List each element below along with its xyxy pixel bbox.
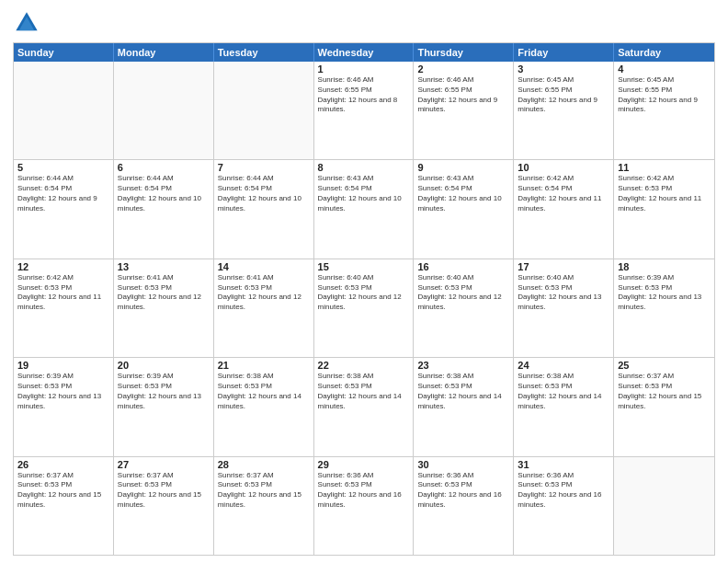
cell-info: Sunrise: 6:44 AMSunset: 6:54 PMDaylight:… — [118, 174, 210, 213]
calendar-cell: 2Sunrise: 6:46 AMSunset: 6:55 PMDaylight… — [414, 62, 514, 159]
day-number: 19 — [17, 360, 109, 371]
calendar-row-1: 1Sunrise: 6:46 AMSunset: 6:55 PMDaylight… — [14, 62, 714, 159]
day-number: 21 — [218, 360, 310, 371]
cell-info: Sunrise: 6:46 AMSunset: 6:55 PMDaylight:… — [318, 75, 410, 115]
weekday-header-tuesday: Tuesday — [214, 43, 314, 62]
calendar-cell: 3Sunrise: 6:45 AMSunset: 6:55 PMDaylight… — [514, 62, 614, 159]
calendar-cell: 23Sunrise: 6:38 AMSunset: 6:53 PMDayligh… — [414, 358, 514, 455]
cell-info: Sunrise: 6:40 AMSunset: 6:53 PMDaylight:… — [318, 273, 410, 313]
day-number: 7 — [218, 162, 310, 173]
day-number: 14 — [218, 261, 310, 272]
cell-info: Sunrise: 6:38 AMSunset: 6:53 PMDaylight:… — [318, 372, 410, 411]
calendar-cell: 31Sunrise: 6:36 AMSunset: 6:53 PMDayligh… — [514, 457, 614, 555]
calendar-cell — [214, 62, 314, 159]
calendar-cell — [614, 457, 714, 555]
calendar-cell: 20Sunrise: 6:39 AMSunset: 6:53 PMDayligh… — [114, 358, 214, 455]
calendar-cell: 11Sunrise: 6:42 AMSunset: 6:53 PMDayligh… — [614, 160, 714, 258]
weekday-header-wednesday: Wednesday — [314, 43, 415, 62]
day-number: 10 — [518, 162, 609, 173]
cell-info: Sunrise: 6:37 AMSunset: 6:53 PMDaylight:… — [618, 372, 711, 411]
cell-info: Sunrise: 6:43 AMSunset: 6:54 PMDaylight:… — [417, 174, 509, 213]
day-number: 26 — [17, 459, 109, 470]
calendar-cell: 7Sunrise: 6:44 AMSunset: 6:54 PMDaylight… — [214, 160, 314, 258]
calendar-cell: 9Sunrise: 6:43 AMSunset: 6:54 PMDaylight… — [414, 160, 514, 258]
calendar-cell: 17Sunrise: 6:40 AMSunset: 6:53 PMDayligh… — [514, 259, 614, 357]
calendar-cell: 21Sunrise: 6:38 AMSunset: 6:53 PMDayligh… — [214, 358, 314, 455]
cell-info: Sunrise: 6:46 AMSunset: 6:55 PMDaylight:… — [417, 75, 509, 115]
weekday-header-thursday: Thursday — [414, 43, 514, 62]
cell-info: Sunrise: 6:37 AMSunset: 6:53 PMDaylight:… — [17, 471, 109, 511]
calendar-cell: 28Sunrise: 6:37 AMSunset: 6:53 PMDayligh… — [214, 457, 314, 555]
cell-info: Sunrise: 6:44 AMSunset: 6:54 PMDaylight:… — [17, 174, 109, 213]
cell-info: Sunrise: 6:42 AMSunset: 6:54 PMDaylight:… — [518, 174, 609, 213]
day-number: 30 — [417, 459, 509, 470]
day-number: 29 — [318, 459, 410, 470]
calendar-cell: 8Sunrise: 6:43 AMSunset: 6:54 PMDaylight… — [314, 160, 415, 258]
day-number: 15 — [318, 261, 410, 272]
calendar-cell: 19Sunrise: 6:39 AMSunset: 6:53 PMDayligh… — [14, 358, 114, 455]
calendar-cell: 24Sunrise: 6:38 AMSunset: 6:53 PMDayligh… — [514, 358, 614, 455]
day-number: 16 — [417, 261, 509, 272]
cell-info: Sunrise: 6:42 AMSunset: 6:53 PMDaylight:… — [17, 273, 109, 313]
calendar-cell: 1Sunrise: 6:46 AMSunset: 6:55 PMDaylight… — [314, 62, 415, 159]
day-number: 27 — [118, 459, 210, 470]
logo-icon — [13, 9, 40, 37]
day-number: 11 — [618, 162, 711, 173]
cell-info: Sunrise: 6:37 AMSunset: 6:53 PMDaylight:… — [218, 471, 310, 511]
calendar-cell — [14, 62, 114, 159]
day-number: 2 — [417, 63, 509, 75]
calendar-cell: 15Sunrise: 6:40 AMSunset: 6:53 PMDayligh… — [314, 259, 415, 357]
cell-info: Sunrise: 6:42 AMSunset: 6:53 PMDaylight:… — [618, 174, 711, 213]
day-number: 9 — [417, 162, 509, 173]
calendar-cell: 27Sunrise: 6:37 AMSunset: 6:53 PMDayligh… — [114, 457, 214, 555]
calendar-row-5: 26Sunrise: 6:37 AMSunset: 6:53 PMDayligh… — [14, 456, 714, 555]
cell-info: Sunrise: 6:41 AMSunset: 6:53 PMDaylight:… — [118, 273, 210, 313]
cell-info: Sunrise: 6:39 AMSunset: 6:53 PMDaylight:… — [618, 273, 711, 313]
calendar-cell: 29Sunrise: 6:36 AMSunset: 6:53 PMDayligh… — [314, 457, 415, 555]
calendar-cell: 12Sunrise: 6:42 AMSunset: 6:53 PMDayligh… — [14, 259, 114, 357]
calendar-row-2: 5Sunrise: 6:44 AMSunset: 6:54 PMDaylight… — [14, 159, 714, 258]
cell-info: Sunrise: 6:40 AMSunset: 6:53 PMDaylight:… — [518, 273, 609, 313]
weekday-header-saturday: Saturday — [614, 43, 714, 62]
cell-info: Sunrise: 6:40 AMSunset: 6:53 PMDaylight:… — [417, 273, 509, 313]
cell-info: Sunrise: 6:45 AMSunset: 6:55 PMDaylight:… — [518, 75, 609, 115]
cell-info: Sunrise: 6:36 AMSunset: 6:53 PMDaylight:… — [417, 471, 509, 511]
calendar-row-3: 12Sunrise: 6:42 AMSunset: 6:53 PMDayligh… — [14, 259, 714, 357]
calendar: SundayMondayTuesdayWednesdayThursdayFrid… — [13, 42, 715, 556]
day-number: 24 — [518, 360, 609, 371]
cell-info: Sunrise: 6:44 AMSunset: 6:54 PMDaylight:… — [218, 174, 310, 213]
cell-info: Sunrise: 6:39 AMSunset: 6:53 PMDaylight:… — [118, 372, 210, 411]
day-number: 6 — [118, 162, 210, 173]
header — [13, 9, 715, 37]
cell-info: Sunrise: 6:36 AMSunset: 6:53 PMDaylight:… — [318, 471, 410, 511]
weekday-header-monday: Monday — [114, 43, 214, 62]
calendar-cell: 4Sunrise: 6:45 AMSunset: 6:55 PMDaylight… — [614, 62, 714, 159]
day-number: 31 — [518, 459, 609, 470]
day-number: 25 — [618, 360, 711, 371]
cell-info: Sunrise: 6:38 AMSunset: 6:53 PMDaylight:… — [417, 372, 509, 411]
day-number: 4 — [618, 63, 711, 75]
calendar-cell: 18Sunrise: 6:39 AMSunset: 6:53 PMDayligh… — [614, 259, 714, 357]
day-number: 17 — [518, 261, 609, 272]
calendar-header: SundayMondayTuesdayWednesdayThursdayFrid… — [14, 43, 714, 62]
calendar-cell: 10Sunrise: 6:42 AMSunset: 6:54 PMDayligh… — [514, 160, 614, 258]
calendar-cell: 16Sunrise: 6:40 AMSunset: 6:53 PMDayligh… — [414, 259, 514, 357]
calendar-row-4: 19Sunrise: 6:39 AMSunset: 6:53 PMDayligh… — [14, 357, 714, 455]
logo — [13, 9, 44, 37]
calendar-cell: 5Sunrise: 6:44 AMSunset: 6:54 PMDaylight… — [14, 160, 114, 258]
day-number: 23 — [417, 360, 509, 371]
day-number: 8 — [318, 162, 410, 173]
day-number: 12 — [17, 261, 109, 272]
calendar-cell: 25Sunrise: 6:37 AMSunset: 6:53 PMDayligh… — [614, 358, 714, 455]
page: SundayMondayTuesdayWednesdayThursdayFrid… — [0, 0, 728, 563]
day-number: 3 — [518, 63, 609, 75]
calendar-cell: 26Sunrise: 6:37 AMSunset: 6:53 PMDayligh… — [14, 457, 114, 555]
day-number: 13 — [118, 261, 210, 272]
cell-info: Sunrise: 6:38 AMSunset: 6:53 PMDaylight:… — [218, 372, 310, 411]
day-number: 20 — [118, 360, 210, 371]
cell-info: Sunrise: 6:41 AMSunset: 6:53 PMDaylight:… — [218, 273, 310, 313]
cell-info: Sunrise: 6:39 AMSunset: 6:53 PMDaylight:… — [17, 372, 109, 411]
weekday-header-sunday: Sunday — [14, 43, 114, 62]
day-number: 1 — [318, 63, 410, 75]
cell-info: Sunrise: 6:43 AMSunset: 6:54 PMDaylight:… — [318, 174, 410, 213]
